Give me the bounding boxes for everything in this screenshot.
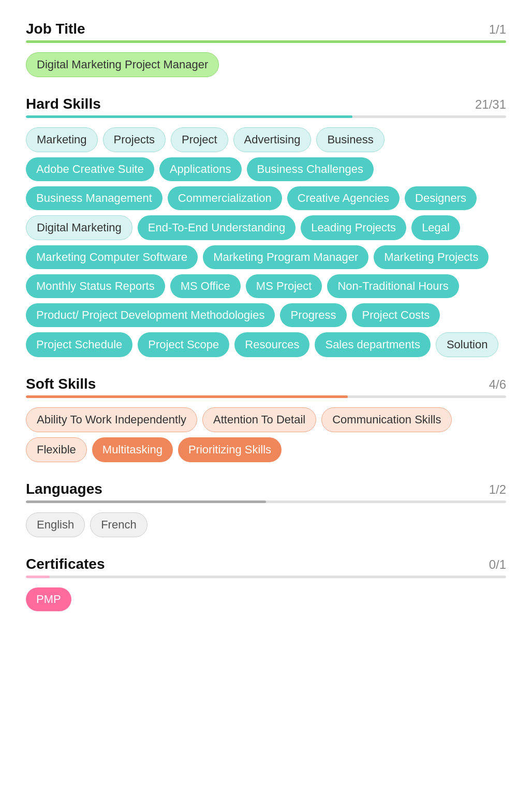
hard-skills-count: 21/31 [475, 97, 506, 112]
tag-resources[interactable]: Resources [234, 332, 309, 357]
tag-project-costs[interactable]: Project Costs [352, 303, 440, 327]
tag-business-challenges[interactable]: Business Challenges [247, 157, 374, 181]
tag-monthly-status-reports[interactable]: Monthly Status Reports [26, 274, 165, 298]
languages-label: Languages [26, 481, 102, 497]
tag-designers[interactable]: Designers [405, 186, 477, 210]
tag-projects[interactable]: Projects [103, 127, 166, 152]
hard-skills-label: Hard Skills [26, 96, 101, 112]
certificates-tags: PMP [26, 587, 506, 611]
tag-ms-project[interactable]: MS Project [246, 274, 322, 298]
tag-leading-projects[interactable]: Leading Projects [301, 215, 406, 240]
tag-ms-office[interactable]: MS Office [170, 274, 241, 298]
tag-project-scope[interactable]: Project Scope [138, 332, 229, 357]
certificates-progress-bar [26, 576, 50, 578]
tag-business-management[interactable]: Business Management [26, 186, 162, 210]
languages-tags: English French [26, 512, 506, 537]
hard-skills-section: Hard Skills 21/31 Marketing Projects Pro… [26, 96, 506, 357]
tag-adobe-creative-suite[interactable]: Adobe Creative Suite [26, 157, 154, 181]
soft-skills-section: Soft Skills 4/6 Ability To Work Independ… [26, 376, 506, 462]
job-title-tags: Digital Marketing Project Manager [26, 52, 506, 77]
languages-header: Languages 1/2 [26, 481, 506, 497]
soft-skills-progress-bar [26, 395, 348, 398]
tag-marketing-computer-software[interactable]: Marketing Computer Software [26, 245, 198, 269]
tag-business[interactable]: Business [316, 127, 384, 152]
job-title-header: Job Title 1/1 [26, 21, 506, 37]
tag-advertising[interactable]: Advertising [233, 127, 312, 152]
certificates-progress-container [26, 576, 506, 578]
hard-skills-tags: Marketing Projects Project Advertising B… [26, 127, 506, 357]
languages-progress-container [26, 500, 506, 503]
certificates-section: Certificates 0/1 PMP [26, 556, 506, 611]
tag-product-project-dev-methodologies[interactable]: Product/ Project Development Methodologi… [26, 303, 275, 327]
tag-sales-departments[interactable]: Sales departments [315, 332, 430, 357]
hard-skills-header: Hard Skills 21/31 [26, 96, 506, 112]
tag-multitasking[interactable]: Multitasking [92, 437, 173, 462]
tag-marketing-program-manager[interactable]: Marketing Program Manager [203, 245, 368, 269]
tag-applications[interactable]: Applications [159, 157, 242, 181]
tag-pmp[interactable]: PMP [26, 587, 71, 611]
languages-progress-bar [26, 500, 266, 503]
job-title-section: Job Title 1/1 Digital Marketing Project … [26, 21, 506, 77]
job-title-count: 1/1 [489, 22, 506, 37]
tag-marketing-projects[interactable]: Marketing Projects [374, 245, 489, 269]
languages-section: Languages 1/2 English French [26, 481, 506, 537]
tag-progress[interactable]: Progress [280, 303, 346, 327]
tag-attention-to-detail[interactable]: Attention To Detail [202, 407, 316, 432]
tag-digital-marketing-pm[interactable]: Digital Marketing Project Manager [26, 52, 219, 77]
job-title-label: Job Title [26, 21, 85, 37]
soft-skills-progress-container [26, 395, 506, 398]
tag-commercialization[interactable]: Commercialization [168, 186, 282, 210]
tag-english[interactable]: English [26, 512, 85, 537]
job-title-progress-container [26, 40, 506, 43]
soft-skills-header: Soft Skills 4/6 [26, 376, 506, 392]
soft-skills-label: Soft Skills [26, 376, 96, 392]
certificates-count: 0/1 [489, 557, 506, 572]
tag-project[interactable]: Project [171, 127, 228, 152]
tag-ability-work-independently[interactable]: Ability To Work Independently [26, 407, 197, 432]
tag-end-to-end-understanding[interactable]: End-To-End Understanding [138, 215, 295, 240]
languages-count: 1/2 [489, 482, 506, 497]
tag-solution[interactable]: Solution [436, 332, 499, 357]
certificates-header: Certificates 0/1 [26, 556, 506, 572]
tag-communication-skills[interactable]: Communication Skills [321, 407, 452, 432]
tag-legal[interactable]: Legal [411, 215, 460, 240]
soft-skills-tags: Ability To Work Independently Attention … [26, 407, 506, 462]
hard-skills-progress-bar [26, 115, 352, 118]
tag-flexible[interactable]: Flexible [26, 437, 87, 462]
tag-project-schedule[interactable]: Project Schedule [26, 332, 132, 357]
certificates-label: Certificates [26, 556, 105, 572]
tag-digital-marketing[interactable]: Digital Marketing [26, 215, 132, 240]
hard-skills-progress-container [26, 115, 506, 118]
job-title-progress-bar [26, 40, 506, 43]
tag-french[interactable]: French [90, 512, 147, 537]
tag-creative-agencies[interactable]: Creative Agencies [287, 186, 400, 210]
tag-prioritizing-skills[interactable]: Prioritizing Skills [178, 437, 282, 462]
tag-marketing[interactable]: Marketing [26, 127, 98, 152]
soft-skills-count: 4/6 [489, 377, 506, 392]
tag-non-traditional-hours[interactable]: Non-Traditional Hours [327, 274, 459, 298]
